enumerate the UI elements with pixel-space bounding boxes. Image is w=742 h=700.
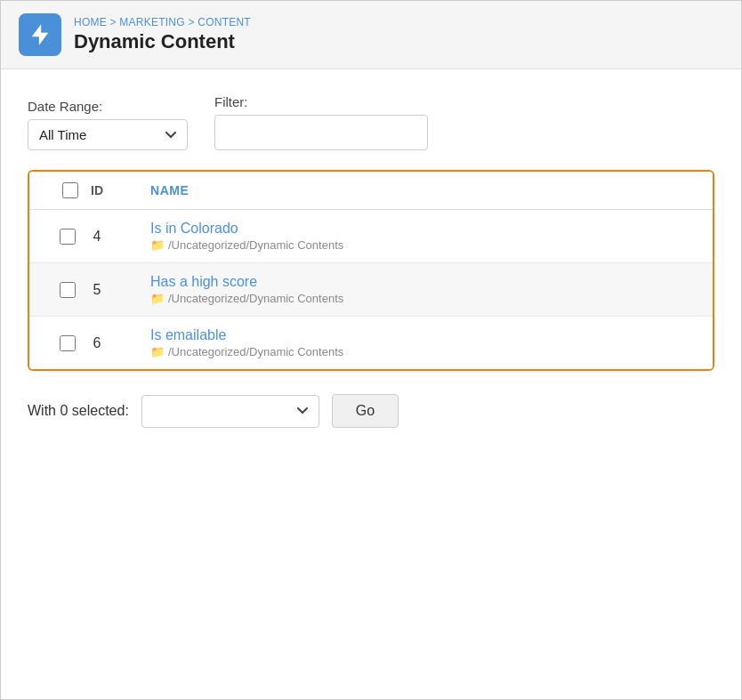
content-table-container: ID NAME 4 Is in Colorado 📁 /Uncategorize… [28, 170, 714, 371]
table-row: 6 Is emailable 📁 /Uncategorized/Dynamic … [29, 317, 713, 370]
name-cell: Is emailable 📁 /Uncategorized/Dynamic Co… [136, 317, 713, 370]
header-text: HOME > MARKETING > CONTENT Dynamic Conte… [74, 16, 251, 53]
folder-icon: 📁 [150, 238, 165, 252]
name-column-header: NAME [136, 172, 713, 210]
row-id-6: 6 [88, 335, 106, 351]
page-title: Dynamic Content [74, 30, 251, 53]
name-cell: Has a high score 📁 /Uncategorized/Dynami… [136, 263, 713, 317]
table-row: 5 Has a high score 📁 /Uncategorized/Dyna… [29, 263, 713, 317]
date-range-select[interactable]: All Time Last 7 Days Last 30 Days Last 9… [28, 119, 188, 150]
folder-icon: 📁 [150, 292, 165, 305]
folder-path-text: /Uncategorized/Dynamic Contents [168, 292, 343, 305]
row-id-4: 4 [88, 229, 106, 245]
content-name-link-6[interactable]: Is emailable [150, 327, 698, 343]
table-row: 4 Is in Colorado 📁 /Uncategorized/Dynami… [29, 210, 713, 263]
action-select[interactable]: Delete Export [141, 395, 319, 428]
name-cell: Is in Colorado 📁 /Uncategorized/Dynamic … [136, 210, 713, 263]
date-range-label: Date Range: [28, 99, 188, 114]
table-header-row: ID NAME [29, 172, 713, 210]
app-icon [19, 13, 61, 56]
id-column-header: ID [29, 172, 136, 210]
folder-path-text: /Uncategorized/Dynamic Contents [168, 345, 343, 358]
row-checkbox-6[interactable] [60, 335, 76, 351]
folder-icon: 📁 [150, 345, 165, 358]
content-table: ID NAME 4 Is in Colorado 📁 /Uncategorize… [29, 172, 713, 369]
breadcrumb: HOME > MARKETING > CONTENT [74, 16, 251, 28]
filter-label: Filter: [214, 94, 428, 109]
content-name-link-5[interactable]: Has a high score [150, 274, 698, 290]
row-id-5: 5 [88, 282, 106, 298]
action-row: With 0 selected: Delete Export Go [28, 390, 714, 428]
main-content: Date Range: All Time Last 7 Days Last 30… [1, 69, 741, 449]
row-checkbox-5[interactable] [60, 282, 76, 298]
go-button[interactable]: Go [332, 394, 399, 428]
content-name-link-4[interactable]: Is in Colorado [150, 221, 698, 237]
filter-row: Date Range: All Time Last 7 Days Last 30… [28, 94, 714, 150]
filter-group: Filter: [214, 94, 428, 150]
filter-input[interactable] [214, 115, 428, 150]
id-cell: 6 [29, 317, 136, 370]
id-cell: 4 [29, 210, 136, 263]
lightning-bolt-icon [28, 22, 52, 47]
date-range-group: Date Range: All Time Last 7 Days Last 30… [28, 99, 188, 150]
folder-path-text: /Uncategorized/Dynamic Contents [168, 238, 343, 252]
id-cell: 5 [29, 263, 136, 317]
with-selected-label: With 0 selected: [28, 403, 129, 419]
page-header: HOME > MARKETING > CONTENT Dynamic Conte… [1, 1, 741, 69]
select-all-checkbox[interactable] [62, 182, 78, 198]
row-checkbox-4[interactable] [60, 229, 76, 245]
